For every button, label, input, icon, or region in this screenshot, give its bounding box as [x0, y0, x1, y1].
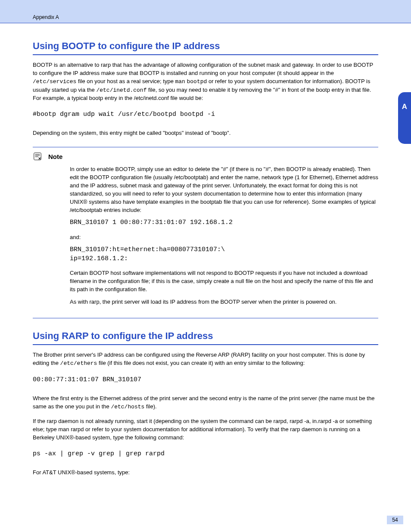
- note-paragraph-3: As with rarp, the print server will load…: [70, 298, 378, 306]
- header-left: Appendix A: [33, 14, 59, 20]
- rarp-paragraph-4: For AT&T UNIX®-based systems, type:: [33, 469, 378, 477]
- text-run: file).: [144, 403, 156, 410]
- header-band: Appendix A: [0, 0, 411, 23]
- text-run: Where the first entry is the Ethernet ad…: [33, 395, 374, 410]
- command-man: man: [175, 78, 185, 85]
- text-run: file (if this file does not exist, you c…: [97, 360, 305, 366]
- appendix-side-tab: A: [398, 92, 411, 144]
- code-block-bootptab-2: BRN_310107:ht=ethernet:ha=008077310107:\…: [70, 246, 378, 263]
- section-heading-bootp: Using BOOTP to configure the IP address: [33, 40, 378, 55]
- note-title: Note: [48, 153, 62, 160]
- text-run: BOOTP is an alternative to rarp that has…: [33, 62, 373, 76]
- rarp-paragraph-1: The Brother print server's IP address ca…: [33, 351, 378, 368]
- section-heading-rarp: Using RARP to configure the IP address: [33, 330, 378, 345]
- code-block-ps-grep: ps -ax | grep -v grep | grep rarpd: [33, 450, 378, 458]
- note-paragraph-1: In order to enable BOOTP, simply use an …: [70, 165, 378, 214]
- file-path-etc-services: /etc/services: [33, 78, 76, 85]
- page-number-value: 54: [392, 517, 398, 523]
- file-path-etc-hosts: /etc/hosts: [111, 404, 144, 410]
- note-box: Note In order to enable BOOTP, simply us…: [33, 147, 378, 318]
- code-block-bootptab-1: BRN_310107 1 00:80:77:31:01:07 192.168.1…: [70, 218, 378, 227]
- bootp-paragraph-1: BOOTP is an alternative to rarp that has…: [33, 61, 378, 103]
- code-block-bootp-entry: #bootp dgram udp wait /usr/etc/bootpd bo…: [33, 110, 378, 119]
- appendix-side-tab-label: A: [402, 103, 407, 111]
- note-paragraph-2: Certain BOOTP host software implementati…: [70, 269, 378, 294]
- file-path-inetd-conf: /etc/inetd.conf: [96, 87, 146, 93]
- note-and: and:: [70, 233, 378, 242]
- file-path-etc-ethers: /etc/ethers: [60, 360, 97, 367]
- bootp-paragraph-2: Depending on the system, this entry migh…: [33, 129, 378, 137]
- note-icon: [33, 152, 42, 161]
- text-run: file on your host as a real service; typ…: [76, 78, 175, 84]
- code-block-ethers-entry: 00:80:77:31:01:07 BRN_310107: [33, 376, 378, 384]
- command-bootpd: bootpd: [187, 78, 207, 85]
- page-number: 54: [387, 516, 403, 524]
- rarp-paragraph-3: If the rarp daemon is not already runnin…: [33, 417, 378, 442]
- rarp-paragraph-2: Where the first entry is the Ethernet ad…: [33, 395, 378, 411]
